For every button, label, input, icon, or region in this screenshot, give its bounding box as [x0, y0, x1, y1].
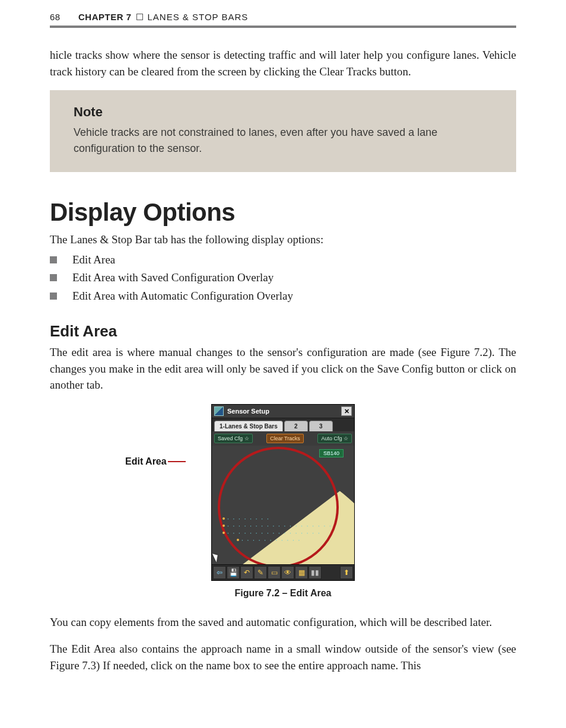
- tab-lanes[interactable]: 1-Lanes & Stop Bars: [214, 421, 283, 431]
- page-header: 68 CHAPTER 7 LANES & STOP BARS: [50, 12, 516, 28]
- bullet-list: Edit Area Edit Area with Saved Configura…: [50, 252, 516, 305]
- rect-icon[interactable]: ▭: [268, 566, 281, 579]
- edit-icon[interactable]: ✎: [254, 566, 267, 579]
- pause-icon[interactable]: ▮▮: [309, 566, 322, 579]
- undo-icon[interactable]: ↶: [240, 566, 253, 579]
- edit-area-canvas[interactable]: SB140 · · · · · · · · · · · · · · · · · …: [212, 446, 354, 564]
- save-icon[interactable]: 💾: [227, 566, 240, 579]
- intro-paragraph: hicle tracks show where the sensor is de…: [50, 47, 516, 80]
- bottom-toolbar: ⇦ 💾 ↶ ✎ ▭ 👁 ▦ ▮▮ ⬆: [212, 564, 354, 580]
- chapter-title: LANES & STOP BARS: [148, 12, 249, 22]
- figure-caption: Figure 7.2 – Edit Area: [50, 588, 516, 599]
- tab-3[interactable]: 3: [309, 421, 333, 431]
- figure-pointer-label: Edit Area: [125, 456, 167, 467]
- note-text: Vehicle tracks are not constrained to la…: [74, 125, 492, 157]
- after-paragraph-2: The Edit Area also contains the approach…: [50, 641, 516, 673]
- window-titlebar: Sensor Setup ✕: [212, 405, 354, 418]
- chip-row: Saved Cfg ☆ Clear Tracks Auto Cfg ☆: [212, 431, 354, 446]
- note-title: Note: [74, 104, 492, 120]
- note-box: Note Vehicle tracks are not constrained …: [50, 90, 516, 172]
- sensor-setup-window: Sensor Setup ✕ 1-Lanes & Stop Bars 2 3 S…: [211, 404, 355, 581]
- subsection-heading: Edit Area: [50, 322, 516, 341]
- list-item: Edit Area with Automatic Configuration O…: [50, 288, 516, 305]
- tab-row: 1-Lanes & Stop Bars 2 3: [212, 418, 354, 431]
- section-heading: Display Options: [50, 198, 516, 227]
- grid-icon[interactable]: ▦: [295, 566, 308, 579]
- list-item: Edit Area with Saved Configuration Overl…: [50, 269, 516, 287]
- cursor-icon: [212, 552, 220, 562]
- window-title: Sensor Setup: [227, 408, 269, 415]
- back-icon[interactable]: ⇦: [213, 566, 226, 579]
- auto-cfg-button[interactable]: Auto Cfg ☆: [317, 434, 352, 443]
- tab-2[interactable]: 2: [284, 421, 308, 431]
- page-number: 68: [50, 12, 78, 22]
- subsection-paragraph: The edit area is where manual changes to…: [50, 344, 516, 393]
- section-intro: The Lanes & Stop Bar tab has the followi…: [50, 231, 516, 248]
- chapter-label: CHAPTER 7: [78, 12, 132, 22]
- list-item: Edit Area: [50, 252, 516, 269]
- after-paragraph-1: You can copy elements from the saved and…: [50, 614, 516, 631]
- clear-tracks-button[interactable]: Clear Tracks: [266, 434, 304, 443]
- close-icon[interactable]: ✕: [341, 406, 352, 416]
- figure-pointer-line: [168, 461, 186, 462]
- saved-cfg-button[interactable]: Saved Cfg ☆: [214, 434, 253, 443]
- header-square-icon: [136, 14, 143, 20]
- vehicle-tracks: · · · · · · · · · · · · · · · · · · · · …: [222, 516, 342, 550]
- app-logo-icon: [214, 406, 224, 416]
- collapse-icon[interactable]: ⬆: [340, 566, 353, 579]
- view-icon[interactable]: 👁: [281, 566, 294, 579]
- approach-name-badge[interactable]: SB140: [319, 449, 344, 457]
- figure: Edit Area Sensor Setup ✕ 1-Lanes & Stop …: [176, 404, 390, 581]
